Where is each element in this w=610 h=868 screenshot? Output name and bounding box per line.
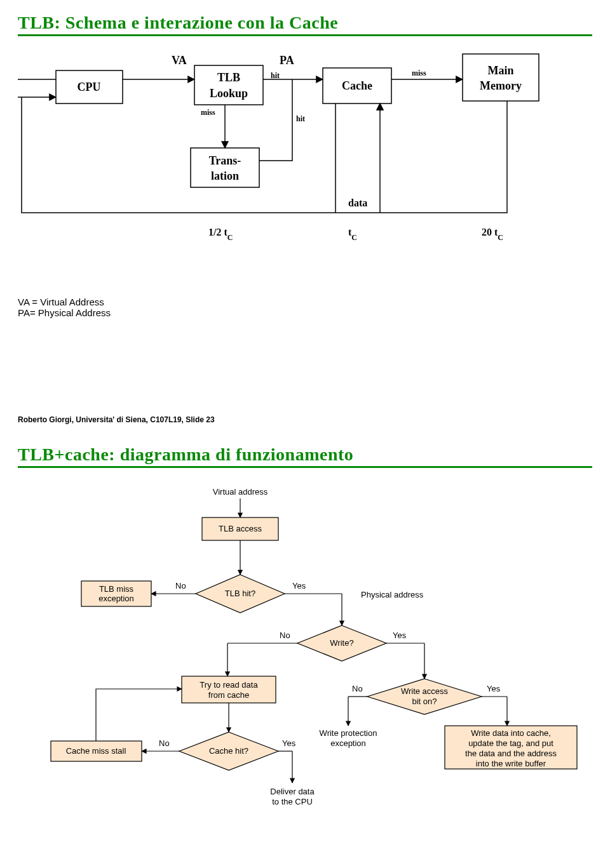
pa-node: Physical address [361, 590, 424, 599]
no-2: No [280, 631, 290, 640]
waccess-1: Write access [401, 686, 449, 696]
divider [18, 34, 592, 36]
read-2: from cache [208, 690, 249, 700]
tlb-hit-node: TLB hit? [225, 589, 255, 598]
cpu-text: CPU [78, 81, 101, 93]
cache-stall-node: Cache miss stall [66, 746, 126, 756]
no-3: No [352, 684, 363, 693]
miss2-label: miss [201, 108, 215, 117]
read-1: Try to read data [200, 680, 258, 690]
flowchart-svg: .fbox { fill:#fde6cc; stroke:#000; strok… [18, 479, 592, 835]
main-text-2: Memory [480, 79, 522, 92]
no-4: No [159, 738, 170, 748]
cache-text: Cache [342, 79, 372, 92]
waccess-2: bit on? [412, 697, 437, 706]
yes-3: Yes [487, 684, 501, 693]
wdata-1: Write data into cache, [471, 728, 551, 738]
va-node: Virtual address [213, 487, 268, 497]
legend-pa: PA= Physical Address [18, 307, 592, 318]
wdata-2: update the tag, and put [468, 738, 553, 748]
miss1-label: miss [412, 69, 426, 77]
t2-label: tC [348, 227, 357, 242]
tlb-text-2: Lookup [210, 87, 248, 100]
legend-va: VA = Virtual Address [18, 297, 592, 307]
main-memory-box [463, 54, 539, 101]
pa-label: PA [280, 54, 294, 67]
yes-4: Yes [282, 738, 296, 748]
no-1: No [175, 581, 186, 591]
yes-1: Yes [292, 581, 306, 591]
deliver-1: Deliver data [270, 787, 315, 796]
trans-text-1: Trans- [209, 154, 241, 167]
tlb-schema-svg: .box { fill:#fff; stroke:#000; stroke-wi… [18, 48, 592, 289]
wprot-1: Write protection [320, 728, 377, 738]
t3-label: 20 tC [482, 227, 503, 242]
write-node: Write? [330, 638, 353, 648]
wprot-2: exception [330, 738, 366, 748]
cache-hit-node: Cache hit? [209, 746, 248, 756]
footer-text-1: Roberto Giorgi, Universita' di Siena, C1… [18, 415, 215, 424]
tlb-text-1: TLB [217, 71, 240, 84]
tlb-miss-1: TLB miss [99, 584, 134, 594]
page-title-2: TLB+cache: diagramma di funzionamento [18, 444, 592, 465]
va-label: VA [172, 54, 187, 67]
hit2-label: hit [296, 114, 305, 123]
wdata-3: the data and the address [465, 749, 557, 758]
wdata-4: into the write buffer [476, 759, 546, 768]
tlb-miss-2: exception [98, 594, 134, 603]
deliver-2: to the CPU [272, 797, 313, 806]
page-title: TLB: Schema e interazione con la Cache [18, 13, 592, 33]
trans-text-2: lation [211, 170, 239, 182]
t1-label: 1/2 tC [208, 227, 233, 242]
yes-2: Yes [393, 631, 407, 640]
hit1-label: hit [271, 71, 280, 80]
tlb-access-node: TLB access [219, 524, 262, 533]
main-text-1: Main [487, 64, 513, 77]
data-label: data [348, 197, 367, 208]
divider-2 [18, 466, 592, 468]
